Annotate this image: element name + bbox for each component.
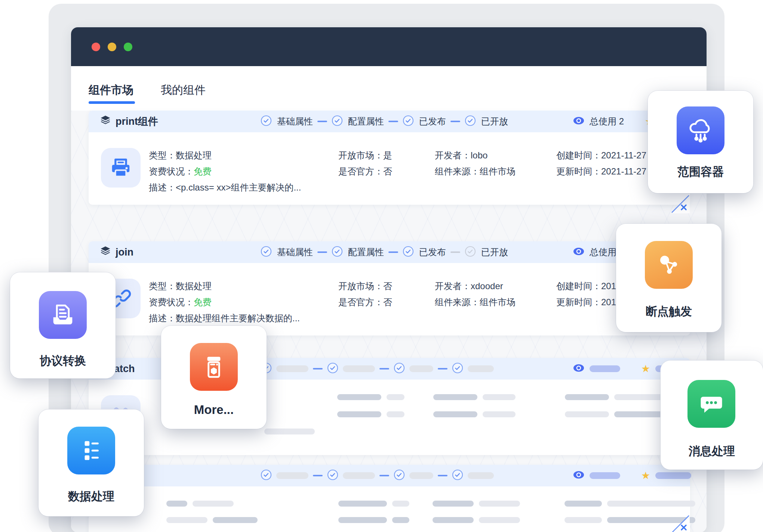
component-card-print[interactable]: print组件 基础属性 配置属性 已发布 已开放 <box>89 111 690 205</box>
field-value: 否 <box>383 297 392 307</box>
tab-component-market[interactable]: 组件市场 <box>89 83 133 98</box>
eye-icon <box>573 117 584 126</box>
step-divider <box>379 475 389 476</box>
check-circle-icon-pending <box>465 246 476 259</box>
close-traffic-light[interactable] <box>92 43 100 51</box>
component-list: print组件 基础属性 配置属性 已发布 已开放 <box>71 111 707 532</box>
minimize-traffic-light[interactable] <box>108 43 116 51</box>
field-value: lobo <box>471 150 487 160</box>
feature-card-label: 数据处理 <box>39 489 144 504</box>
tab-my-components[interactable]: 我的组件 <box>161 83 206 98</box>
field-value: 是 <box>383 150 392 160</box>
close-icon[interactable] <box>671 515 690 532</box>
check-circle-icon <box>465 115 476 128</box>
store-box-icon <box>190 343 238 391</box>
field-label: 是否官方： <box>338 166 383 176</box>
step-divider <box>438 368 447 369</box>
feature-card-protocol-convert[interactable]: 协议转换 <box>10 272 116 378</box>
check-circle-icon <box>261 246 272 259</box>
field-value: 组件市场 <box>480 297 516 307</box>
feature-card-label: 协议转换 <box>10 353 116 369</box>
card-header: ★ <box>89 465 690 486</box>
active-tab-underline <box>89 101 135 104</box>
field-label: 类型： <box>149 281 176 291</box>
field-label: 是否官方： <box>338 297 383 307</box>
star-icon: ★ <box>641 364 650 374</box>
field-value: 组件市场 <box>480 166 516 176</box>
step-divider <box>313 368 323 369</box>
field-label: 描述： <box>149 313 176 323</box>
field-label: 描述： <box>149 182 176 192</box>
field-value: 否 <box>383 166 392 176</box>
feature-card-range-container[interactable]: 范围容器 <box>648 91 753 193</box>
zoom-traffic-light[interactable] <box>124 43 132 51</box>
feature-card-message-process[interactable]: 消息处理 <box>661 361 763 470</box>
skeleton-row <box>337 394 404 400</box>
skeleton-pill <box>468 472 494 479</box>
feature-card-label: More... <box>161 403 267 417</box>
skeleton-row <box>264 429 315 434</box>
skeleton-row <box>166 517 258 523</box>
skeleton-row <box>565 394 670 400</box>
skeleton-row <box>338 517 409 523</box>
card-header: print组件 基础属性 配置属性 已发布 已开放 <box>89 111 690 132</box>
card-title: print组件 <box>116 115 158 128</box>
card-title: join <box>116 247 133 258</box>
close-icon[interactable] <box>671 195 690 213</box>
component-card-join[interactable]: join 基础属性 配置属性 已发布 已开放 <box>89 241 690 335</box>
layers-icon <box>100 115 111 129</box>
check-circle-icon <box>452 362 463 375</box>
field-label: 组件来源： <box>435 166 480 176</box>
field-label: 创建时间： <box>556 281 601 291</box>
skeleton-pill <box>409 365 433 372</box>
usage-count: 总使用 2 <box>590 115 624 127</box>
step-label: 配置属性 <box>348 246 384 258</box>
component-card-skeleton-2[interactable]: ★ <box>89 465 690 532</box>
step-divider <box>450 121 460 122</box>
skeleton-pill <box>276 365 308 372</box>
screen: 组件市场 我的组件 print组件 基础属性 <box>0 0 763 532</box>
status-steps: 基础属性 配置属性 已发布 已开放 <box>261 111 508 132</box>
skeleton-pill <box>590 365 620 372</box>
molecule-icon <box>645 241 693 289</box>
step-divider <box>388 251 398 253</box>
step-label: 已发布 <box>419 115 446 127</box>
description-value: 数据处理组件主要解决数据的... <box>176 313 300 323</box>
cloud-network-icon <box>677 106 724 154</box>
skeleton-pill <box>655 472 691 479</box>
field-value: 数据处理 <box>176 150 212 160</box>
check-circle-icon <box>394 362 405 375</box>
skeleton-pill <box>343 365 375 372</box>
field-label: 更新时间： <box>556 166 601 176</box>
feature-card-breakpoint-trigger[interactable]: 断点触发 <box>616 224 722 332</box>
check-circle-icon <box>261 115 272 128</box>
step-label: 配置属性 <box>348 115 384 127</box>
data-list-icon <box>67 427 115 474</box>
status-steps-skeleton <box>261 358 494 380</box>
feature-card-more[interactable]: More... <box>161 326 267 429</box>
field-label: 开发者： <box>435 281 471 291</box>
fee-value: 免费 <box>194 166 212 176</box>
field-label: 组件来源： <box>435 297 480 307</box>
step-divider <box>388 121 398 122</box>
check-circle-icon <box>394 469 405 482</box>
field-label: 开发者： <box>435 150 471 160</box>
check-circle-icon <box>452 469 463 482</box>
step-divider <box>317 121 327 122</box>
step-divider <box>317 251 327 253</box>
app-window: 组件市场 我的组件 print组件 基础属性 <box>71 27 707 532</box>
status-steps-skeleton <box>261 465 494 486</box>
field-label: 资费状况： <box>149 166 194 176</box>
field-value: 数据处理 <box>176 281 212 291</box>
eye-icon <box>573 471 584 480</box>
feature-card-data-process[interactable]: 数据处理 <box>39 409 144 516</box>
printer-icon <box>101 148 141 188</box>
step-divider <box>450 251 460 253</box>
field-label: 类型： <box>149 150 176 160</box>
skeleton-row <box>338 501 409 507</box>
field-label: 更新时间： <box>556 297 601 307</box>
description-value: <p.class= xx>组件主要解决的... <box>176 182 301 192</box>
star-icon: ★ <box>641 471 650 481</box>
skeleton-row <box>166 501 234 507</box>
skeleton-row <box>565 411 670 417</box>
